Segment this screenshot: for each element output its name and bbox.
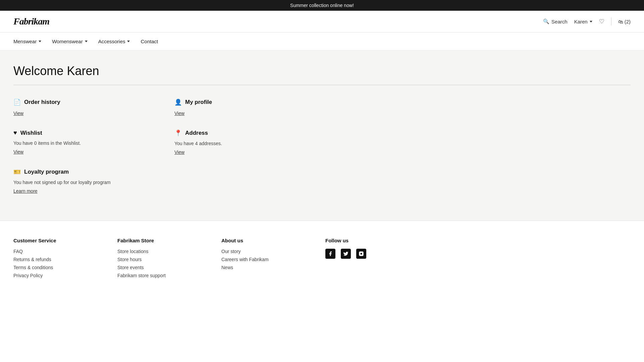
address-title: 📍 Address <box>174 129 315 137</box>
address-icon: 📍 <box>174 129 182 137</box>
footer-link-news[interactable]: News <box>221 265 312 270</box>
nav-item-womenswear[interactable]: Womenswear <box>52 33 87 50</box>
account-grid: 📄 Order history View 👤 My profile View ♥… <box>13 99 315 194</box>
search-icon: 🔍 <box>543 18 549 24</box>
footer-grid: Customer Service FAQ Returns & refunds T… <box>13 238 416 281</box>
nav-item-contact[interactable]: Contact <box>141 33 158 50</box>
footer-link-our-story[interactable]: Our story <box>221 249 312 254</box>
footer-store: Fabrikam Store Store locations Store hou… <box>117 238 208 281</box>
main-content: Welcome Karen 📄 Order history View 👤 My … <box>0 51 644 221</box>
search-button[interactable]: 🔍 Search <box>543 18 568 24</box>
header-divider <box>611 17 611 25</box>
footer-link-store-locations[interactable]: Store locations <box>117 249 208 254</box>
cart-count: (2) <box>625 19 631 24</box>
wishlist-icon: ♥ <box>13 129 17 136</box>
footer-follow: Follow us <box>325 238 416 281</box>
banner-text: Summer collection online now! <box>290 3 354 8</box>
address-section: 📍 Address You have 4 addresses. View <box>174 129 315 155</box>
chevron-down-icon <box>127 41 130 42</box>
footer-link-privacy[interactable]: Privacy Policy <box>13 273 104 278</box>
address-text: You have 4 addresses. <box>174 141 315 146</box>
welcome-title: Welcome Karen <box>13 64 631 78</box>
loyalty-icon: 🎫 <box>13 168 21 176</box>
main-nav: Menswear Womenswear Accessories Contact <box>0 33 644 51</box>
footer-store-title: Fabrikam Store <box>117 238 208 243</box>
loyalty-text: You have not signed up for our loyalty p… <box>13 180 154 185</box>
logo[interactable]: Fabrikam <box>13 16 49 27</box>
user-label: Karen <box>574 19 588 24</box>
footer-about: About us Our story Careers with Fabrikam… <box>221 238 312 281</box>
wishlist-button[interactable]: ♡ <box>599 18 604 25</box>
footer-customer-service: Customer Service FAQ Returns & refunds T… <box>13 238 104 281</box>
order-history-view-link[interactable]: View <box>13 111 154 116</box>
footer-link-store-hours[interactable]: Store hours <box>117 257 208 262</box>
order-history-title: 📄 Order history <box>13 99 154 106</box>
nav-label-accessories: Accessories <box>98 39 125 44</box>
nav-label-menswear: Menswear <box>13 39 37 44</box>
footer: Customer Service FAQ Returns & refunds T… <box>0 221 644 294</box>
nav-item-accessories[interactable]: Accessories <box>98 33 130 50</box>
footer-link-faq[interactable]: FAQ <box>13 249 104 254</box>
wishlist-view-link[interactable]: View <box>13 149 154 155</box>
top-banner: Summer collection online now! <box>0 0 644 11</box>
twitter-icon[interactable] <box>341 249 351 259</box>
cart-button[interactable]: 🛍 (2) <box>618 19 631 24</box>
footer-follow-title: Follow us <box>325 238 416 243</box>
footer-link-store-support[interactable]: Fabrikam store support <box>117 273 208 278</box>
loyalty-learn-more-link[interactable]: Learn more <box>13 188 154 194</box>
user-menu[interactable]: Karen <box>574 19 592 24</box>
wishlist-title: ♥ Wishlist <box>13 129 154 136</box>
profile-icon: 👤 <box>174 99 182 106</box>
order-history-icon: 📄 <box>13 99 21 106</box>
search-label: Search <box>551 19 568 24</box>
footer-link-careers[interactable]: Careers with Fabrikam <box>221 257 312 262</box>
footer-link-store-events[interactable]: Store events <box>117 265 208 270</box>
my-profile-view-link[interactable]: View <box>174 111 315 116</box>
nav-label-contact: Contact <box>141 39 158 44</box>
cart-icon: 🛍 <box>618 19 623 24</box>
header: Fabrikam 🔍 Search Karen ♡ 🛍 (2) <box>0 11 644 33</box>
footer-link-terms[interactable]: Terms & conditions <box>13 265 104 270</box>
loyalty-section: 🎫 Loyalty program You have not signed up… <box>13 168 154 194</box>
facebook-icon[interactable] <box>325 249 335 259</box>
title-divider <box>13 85 631 85</box>
order-history-section: 📄 Order history View <box>13 99 154 116</box>
chevron-down-icon <box>39 41 41 42</box>
header-right: 🔍 Search Karen ♡ 🛍 (2) <box>543 17 631 25</box>
footer-link-returns[interactable]: Returns & refunds <box>13 257 104 262</box>
my-profile-section: 👤 My profile View <box>174 99 315 116</box>
social-icons <box>325 249 416 259</box>
chevron-down-icon <box>590 21 592 22</box>
instagram-icon[interactable] <box>356 249 366 259</box>
wishlist-section: ♥ Wishlist You have 0 items in the Wishl… <box>13 129 154 155</box>
nav-item-menswear[interactable]: Menswear <box>13 33 41 50</box>
footer-customer-service-title: Customer Service <box>13 238 104 243</box>
address-view-link[interactable]: View <box>174 149 315 155</box>
heart-icon: ♡ <box>599 18 604 25</box>
footer-about-title: About us <box>221 238 312 243</box>
wishlist-text: You have 0 items in the Wishlist. <box>13 140 154 146</box>
my-profile-title: 👤 My profile <box>174 99 315 106</box>
nav-label-womenswear: Womenswear <box>52 39 83 44</box>
chevron-down-icon <box>85 41 88 42</box>
loyalty-title: 🎫 Loyalty program <box>13 168 154 176</box>
